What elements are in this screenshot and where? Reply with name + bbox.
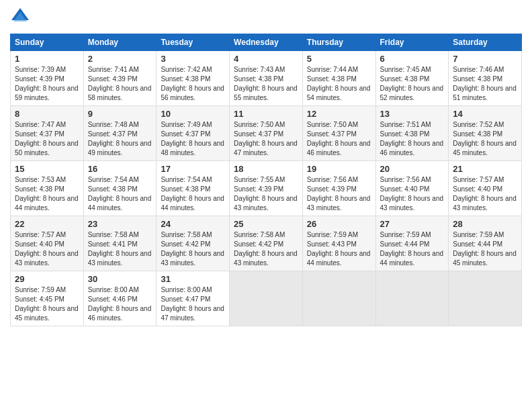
day-info: Sunrise: 7:41 AMSunset: 4:39 PMDaylight:… <box>88 65 152 103</box>
day-number: 19 <box>307 164 371 174</box>
weekday-header-thursday: Thursday <box>302 34 375 51</box>
day-cell: 8Sunrise: 7:47 AMSunset: 4:37 PMDaylight… <box>11 106 84 161</box>
day-number: 2 <box>88 54 152 64</box>
day-info: Sunrise: 7:50 AMSunset: 4:37 PMDaylight:… <box>307 120 371 158</box>
day-cell: 15Sunrise: 7:53 AMSunset: 4:38 PMDayligh… <box>11 161 84 216</box>
weekday-header-friday: Friday <box>375 34 449 51</box>
day-info: Sunrise: 7:44 AMSunset: 4:38 PMDaylight:… <box>307 65 371 103</box>
day-cell: 24Sunrise: 7:58 AMSunset: 4:42 PMDayligh… <box>157 216 230 271</box>
day-info: Sunrise: 7:45 AMSunset: 4:38 PMDaylight:… <box>380 65 445 103</box>
day-info: Sunrise: 7:59 AMSunset: 4:44 PMDaylight:… <box>453 230 517 268</box>
day-info: Sunrise: 7:59 AMSunset: 4:44 PMDaylight:… <box>380 230 445 268</box>
calendar-table: SundayMondayTuesdayWednesdayThursdayFrid… <box>10 34 522 326</box>
day-number: 13 <box>380 109 445 119</box>
day-number: 30 <box>88 274 152 284</box>
day-number: 31 <box>161 274 225 284</box>
day-number: 3 <box>161 54 225 64</box>
day-number: 29 <box>15 274 79 284</box>
logo <box>10 7 32 27</box>
day-cell <box>449 271 522 326</box>
day-number: 15 <box>15 164 79 174</box>
day-cell: 23Sunrise: 7:58 AMSunset: 4:41 PMDayligh… <box>83 216 157 271</box>
day-cell: 18Sunrise: 7:55 AMSunset: 4:39 PMDayligh… <box>230 161 303 216</box>
day-info: Sunrise: 7:57 AMSunset: 4:40 PMDaylight:… <box>15 230 79 268</box>
header <box>10 7 522 27</box>
day-cell: 1Sunrise: 7:39 AMSunset: 4:39 PMDaylight… <box>11 51 84 106</box>
day-number: 5 <box>307 54 371 64</box>
day-info: Sunrise: 7:50 AMSunset: 4:37 PMDaylight:… <box>234 120 298 158</box>
day-cell: 30Sunrise: 8:00 AMSunset: 4:46 PMDayligh… <box>83 271 157 326</box>
day-info: Sunrise: 7:56 AMSunset: 4:39 PMDaylight:… <box>307 175 371 213</box>
page-container: SundayMondayTuesdayWednesdayThursdayFrid… <box>0 0 532 333</box>
day-cell: 7Sunrise: 7:46 AMSunset: 4:38 PMDaylight… <box>449 51 522 106</box>
week-row-4: 22Sunrise: 7:57 AMSunset: 4:40 PMDayligh… <box>11 216 522 271</box>
day-info: Sunrise: 7:54 AMSunset: 4:38 PMDaylight:… <box>161 175 225 213</box>
day-number: 7 <box>453 54 517 64</box>
day-cell: 10Sunrise: 7:49 AMSunset: 4:37 PMDayligh… <box>157 106 230 161</box>
day-cell: 20Sunrise: 7:56 AMSunset: 4:40 PMDayligh… <box>375 161 449 216</box>
day-cell: 11Sunrise: 7:50 AMSunset: 4:37 PMDayligh… <box>230 106 303 161</box>
day-info: Sunrise: 7:47 AMSunset: 4:37 PMDaylight:… <box>15 120 79 158</box>
header-row: SundayMondayTuesdayWednesdayThursdayFrid… <box>11 34 522 51</box>
day-info: Sunrise: 7:56 AMSunset: 4:40 PMDaylight:… <box>380 175 445 213</box>
day-cell: 6Sunrise: 7:45 AMSunset: 4:38 PMDaylight… <box>375 51 449 106</box>
day-info: Sunrise: 7:42 AMSunset: 4:38 PMDaylight:… <box>161 65 225 103</box>
day-number: 26 <box>307 219 371 229</box>
weekday-header-monday: Monday <box>83 34 157 51</box>
day-number: 17 <box>161 164 225 174</box>
day-cell: 21Sunrise: 7:57 AMSunset: 4:40 PMDayligh… <box>449 161 522 216</box>
week-row-5: 29Sunrise: 7:59 AMSunset: 4:45 PMDayligh… <box>11 271 522 326</box>
day-number: 21 <box>453 164 517 174</box>
day-cell: 25Sunrise: 7:58 AMSunset: 4:42 PMDayligh… <box>230 216 303 271</box>
day-info: Sunrise: 7:58 AMSunset: 4:42 PMDaylight:… <box>161 230 225 268</box>
day-cell: 26Sunrise: 7:59 AMSunset: 4:43 PMDayligh… <box>302 216 375 271</box>
day-info: Sunrise: 8:00 AMSunset: 4:46 PMDaylight:… <box>88 285 152 323</box>
day-number: 12 <box>307 109 371 119</box>
week-row-1: 1Sunrise: 7:39 AMSunset: 4:39 PMDaylight… <box>11 51 522 106</box>
day-cell: 28Sunrise: 7:59 AMSunset: 4:44 PMDayligh… <box>449 216 522 271</box>
day-number: 20 <box>380 164 445 174</box>
day-info: Sunrise: 7:46 AMSunset: 4:38 PMDaylight:… <box>453 65 517 103</box>
day-number: 1 <box>15 54 79 64</box>
day-number: 22 <box>15 219 79 229</box>
weekday-header-sunday: Sunday <box>11 34 84 51</box>
day-info: Sunrise: 7:51 AMSunset: 4:38 PMDaylight:… <box>380 120 445 158</box>
day-cell: 2Sunrise: 7:41 AMSunset: 4:39 PMDaylight… <box>83 51 157 106</box>
day-cell: 12Sunrise: 7:50 AMSunset: 4:37 PMDayligh… <box>302 106 375 161</box>
weekday-header-saturday: Saturday <box>449 34 522 51</box>
day-number: 25 <box>234 219 298 229</box>
day-number: 27 <box>380 219 445 229</box>
day-number: 9 <box>88 109 152 119</box>
day-info: Sunrise: 7:58 AMSunset: 4:42 PMDaylight:… <box>234 230 298 268</box>
day-info: Sunrise: 7:49 AMSunset: 4:37 PMDaylight:… <box>161 120 225 158</box>
day-info: Sunrise: 7:54 AMSunset: 4:38 PMDaylight:… <box>88 175 152 213</box>
day-number: 18 <box>234 164 298 174</box>
day-cell: 27Sunrise: 7:59 AMSunset: 4:44 PMDayligh… <box>375 216 449 271</box>
day-info: Sunrise: 7:57 AMSunset: 4:40 PMDaylight:… <box>453 175 517 213</box>
day-number: 4 <box>234 54 298 64</box>
day-info: Sunrise: 7:55 AMSunset: 4:39 PMDaylight:… <box>234 175 298 213</box>
day-number: 23 <box>88 219 152 229</box>
day-info: Sunrise: 7:52 AMSunset: 4:38 PMDaylight:… <box>453 120 517 158</box>
day-cell <box>375 271 449 326</box>
day-cell: 29Sunrise: 7:59 AMSunset: 4:45 PMDayligh… <box>11 271 84 326</box>
day-info: Sunrise: 7:59 AMSunset: 4:43 PMDaylight:… <box>307 230 371 268</box>
day-number: 16 <box>88 164 152 174</box>
day-cell: 16Sunrise: 7:54 AMSunset: 4:38 PMDayligh… <box>83 161 157 216</box>
day-number: 8 <box>15 109 79 119</box>
day-cell: 13Sunrise: 7:51 AMSunset: 4:38 PMDayligh… <box>375 106 449 161</box>
weekday-header-tuesday: Tuesday <box>157 34 230 51</box>
day-number: 28 <box>453 219 517 229</box>
day-info: Sunrise: 8:00 AMSunset: 4:47 PMDaylight:… <box>161 285 225 323</box>
day-cell <box>302 271 375 326</box>
day-info: Sunrise: 7:48 AMSunset: 4:37 PMDaylight:… <box>88 120 152 158</box>
day-number: 10 <box>161 109 225 119</box>
week-row-2: 8Sunrise: 7:47 AMSunset: 4:37 PMDaylight… <box>11 106 522 161</box>
day-info: Sunrise: 7:58 AMSunset: 4:41 PMDaylight:… <box>88 230 152 268</box>
day-cell: 31Sunrise: 8:00 AMSunset: 4:47 PMDayligh… <box>157 271 230 326</box>
day-info: Sunrise: 7:59 AMSunset: 4:45 PMDaylight:… <box>15 285 79 323</box>
weekday-header-wednesday: Wednesday <box>230 34 303 51</box>
day-cell: 19Sunrise: 7:56 AMSunset: 4:39 PMDayligh… <box>302 161 375 216</box>
day-number: 24 <box>161 219 225 229</box>
logo-icon <box>10 7 30 27</box>
